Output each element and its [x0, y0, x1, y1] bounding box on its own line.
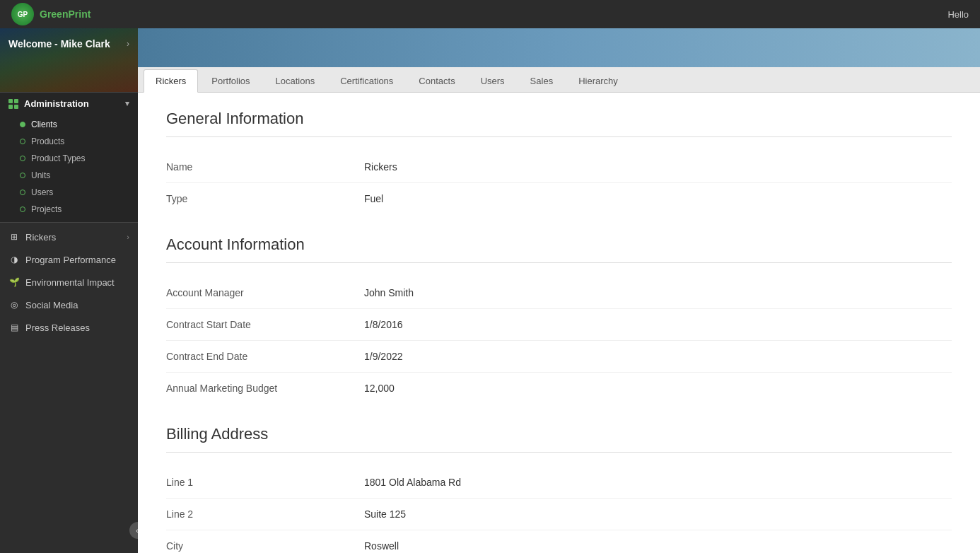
annual-budget-row: Annual Marketing Budget 12,000 — [166, 373, 952, 404]
contract-start-label: Contract Start Date — [166, 319, 364, 330]
contract-end-label: Contract End Date — [166, 351, 364, 362]
billing-address-title: Billing Address — [166, 425, 952, 443]
environmental-impact-label: Environmental Impact — [25, 277, 115, 288]
sidebar-item-projects[interactable]: Projects — [0, 201, 138, 218]
billing-line1-value: 1801 Old Alabama Rd — [364, 477, 461, 488]
social-media-label: Social Media — [25, 300, 78, 310]
sidebar-item-social-media[interactable]: ◎ Social Media — [0, 293, 138, 316]
billing-line1-row: Line 1 1801 Old Alabama Rd — [166, 467, 952, 499]
general-information-title: General Information — [166, 110, 952, 128]
billing-address-section: Billing Address Line 1 1801 Old Alabama … — [166, 425, 952, 553]
account-divider — [166, 262, 952, 263]
general-type-row: Type Fuel — [166, 183, 952, 214]
annual-budget-label: Annual Marketing Budget — [166, 383, 364, 394]
sidebar-header-content: Welcome - Mike Clark › — [8, 38, 129, 50]
product-types-dot — [20, 156, 25, 161]
sidebar-header: Welcome - Mike Clark › — [0, 28, 138, 92]
sidebar-item-products[interactable]: Products — [0, 133, 138, 150]
tab-bar: Rickers Portfolios Locations Certificati… — [138, 67, 980, 93]
projects-dot — [20, 206, 25, 212]
sidebar-item-users[interactable]: Users — [0, 184, 138, 201]
units-label: Units — [31, 170, 50, 180]
account-manager-row: Account Manager John Smith — [166, 277, 952, 309]
environmental-impact-icon: 🌱 — [8, 276, 20, 288]
account-manager-value: John Smith — [364, 287, 414, 298]
content-area: Rickers Portfolios Locations Certificati… — [138, 28, 980, 553]
main-layout: Welcome - Mike Clark › Administration ▾ … — [0, 28, 980, 553]
sidebar-item-product-types[interactable]: Product Types — [0, 150, 138, 167]
logo-text: GreenPrint — [40, 8, 91, 20]
units-dot — [20, 173, 25, 178]
products-label: Products — [31, 136, 64, 146]
users-label: Users — [31, 187, 53, 197]
account-information-section: Account Information Account Manager John… — [166, 235, 952, 404]
sidebar-item-program-performance[interactable]: ◑ Program Performance — [0, 248, 138, 271]
users-dot — [20, 190, 25, 195]
administration-grid-icon — [8, 99, 18, 109]
account-manager-label: Account Manager — [166, 287, 364, 298]
rickers-icon: ⊞ — [8, 231, 20, 243]
general-information-section: General Information Name Rickers Type Fu… — [166, 110, 952, 214]
billing-line2-row: Line 2 Suite 125 — [166, 499, 952, 530]
annual-budget-value: 12,000 — [364, 383, 395, 394]
billing-city-value: Roswell — [364, 540, 399, 552]
tab-locations[interactable]: Locations — [264, 69, 327, 92]
administration-header[interactable]: Administration ▾ — [0, 93, 138, 115]
tab-rickers[interactable]: Rickers — [144, 69, 198, 93]
tab-portfolios[interactable]: Portfolios — [199, 69, 262, 92]
clients-dot — [20, 122, 25, 127]
general-name-value: Rickers — [364, 161, 397, 173]
billing-city-label: City — [166, 540, 364, 552]
billing-line2-label: Line 2 — [166, 508, 364, 520]
tab-sales[interactable]: Sales — [518, 69, 566, 92]
contract-end-row: Contract End Date 1/9/2022 — [166, 341, 952, 373]
sidebar-header-arrow[interactable]: › — [127, 39, 129, 49]
rickers-arrow: › — [127, 233, 129, 241]
contract-start-row: Contract Start Date 1/8/2016 — [166, 309, 952, 341]
account-information-title: Account Information — [166, 235, 952, 254]
products-dot — [20, 139, 25, 144]
hello-text: Hello — [947, 9, 969, 20]
sidebar-item-units[interactable]: Units — [0, 167, 138, 184]
press-releases-icon: ▤ — [8, 322, 20, 333]
logo-icon: GP — [11, 3, 34, 25]
administration-section: Administration ▾ Clients Products Produc… — [0, 92, 138, 223]
welcome-label: Welcome - Mike Clark — [8, 38, 110, 50]
general-name-row: Name Rickers — [166, 151, 952, 183]
sidebar-collapse-button[interactable]: « — [129, 522, 138, 539]
program-performance-label: Program Performance — [25, 255, 116, 265]
billing-line1-label: Line 1 — [166, 477, 364, 488]
billing-divider — [166, 452, 952, 453]
administration-label: Administration — [24, 98, 89, 109]
tab-contacts[interactable]: Contacts — [407, 69, 467, 92]
billing-line2-value: Suite 125 — [364, 508, 406, 520]
product-types-label: Product Types — [31, 153, 86, 163]
content-body: General Information Name Rickers Type Fu… — [138, 93, 980, 553]
projects-label: Projects — [31, 204, 62, 214]
sidebar-item-rickers[interactable]: ⊞ Rickers › — [0, 226, 138, 248]
sidebar-main-nav: ⊞ Rickers › ◑ Program Performance 🌱 Envi… — [0, 223, 138, 342]
sidebar-item-clients[interactable]: Clients — [0, 116, 138, 133]
general-divider — [166, 136, 952, 137]
clients-label: Clients — [31, 120, 57, 129]
contract-end-value: 1/9/2022 — [364, 351, 403, 362]
tab-users[interactable]: Users — [469, 69, 517, 92]
administration-chevron: ▾ — [125, 99, 129, 108]
sidebar-item-environmental-impact[interactable]: 🌱 Environmental Impact — [0, 271, 138, 293]
logo-area: GP GreenPrint — [11, 3, 91, 25]
program-performance-icon: ◑ — [8, 254, 20, 265]
tab-hierarchy[interactable]: Hierarchy — [566, 69, 630, 92]
sidebar: Welcome - Mike Clark › Administration ▾ … — [0, 28, 138, 553]
general-name-label: Name — [166, 161, 364, 173]
press-releases-label: Press Releases — [25, 322, 90, 333]
admin-sub-items: Clients Products Product Types Units Use… — [0, 115, 138, 222]
top-bar: GP GreenPrint Hello — [0, 0, 980, 28]
social-media-icon: ◎ — [8, 299, 20, 310]
billing-city-row: City Roswell — [166, 530, 952, 553]
tab-certifications[interactable]: Certifications — [328, 69, 405, 92]
sidebar-item-press-releases[interactable]: ▤ Press Releases — [0, 316, 138, 339]
bg-strip — [138, 28, 980, 67]
contract-start-value: 1/8/2016 — [364, 319, 403, 330]
general-type-value: Fuel — [364, 193, 383, 204]
general-type-label: Type — [166, 193, 364, 204]
